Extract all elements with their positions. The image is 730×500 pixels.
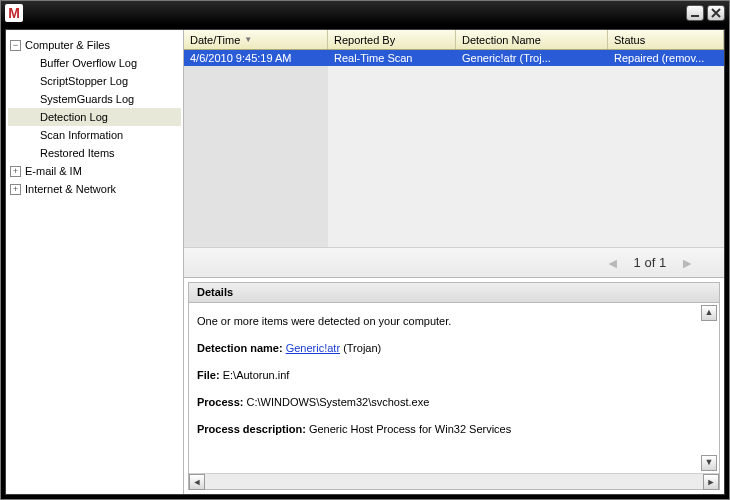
detection-name-label: Detection name: <box>197 342 283 354</box>
col-header-status[interactable]: Status <box>608 30 724 49</box>
details-title: Details <box>189 283 719 303</box>
collapse-icon[interactable]: − <box>10 40 21 51</box>
details-file-line: File: E:\Autorun.inf <box>197 365 697 386</box>
horizontal-scrollbar: ◄ ► <box>189 473 719 489</box>
details-procdesc-line: Process description: Generic Host Proces… <box>197 419 697 440</box>
details-body: ▲ One or more items were detected on you… <box>189 303 719 473</box>
paginator: ◄ 1 of 1 ► <box>184 247 724 277</box>
close-icon <box>711 8 721 18</box>
main-panel: Date/Time ▼ Reported By Detection Name S… <box>184 30 724 494</box>
tree-group-label: Internet & Network <box>25 183 116 195</box>
details-process-line: Process: C:\WINDOWS\System32\svchost.exe <box>197 392 697 413</box>
log-list: Date/Time ▼ Reported By Detection Name S… <box>184 30 724 278</box>
svg-rect-0 <box>691 15 699 17</box>
table-row[interactable]: 4/6/2010 9:45:19 AM Real-Time Scan Gener… <box>184 50 724 66</box>
cell-datetime: 4/6/2010 9:45:19 AM <box>184 52 328 64</box>
close-button[interactable] <box>707 5 725 21</box>
details-intro: One or more items were detected on your … <box>197 311 697 332</box>
sort-desc-icon: ▼ <box>244 35 252 44</box>
sidebar: − Computer & Files Buffer Overflow Log S… <box>6 30 184 494</box>
tree-item-scriptstopper[interactable]: ScriptStopper Log <box>8 72 181 90</box>
cell-detection-name: Generic!atr (Troj... <box>456 52 608 64</box>
detection-type: (Trojan) <box>343 342 381 354</box>
minimize-icon <box>690 8 700 18</box>
content-frame: − Computer & Files Buffer Overflow Log S… <box>1 25 729 499</box>
app-logo: M <box>5 4 23 22</box>
expand-icon[interactable]: + <box>10 184 21 195</box>
procdesc-label: Process description: <box>197 423 306 435</box>
expand-icon[interactable]: + <box>10 166 21 177</box>
tree-item-systemguards[interactable]: SystemGuards Log <box>8 90 181 108</box>
inner-panel: − Computer & Files Buffer Overflow Log S… <box>5 29 725 495</box>
page-prev-button[interactable]: ◄ <box>592 255 634 271</box>
col-header-datetime[interactable]: Date/Time ▼ <box>184 30 328 49</box>
process-label: Process: <box>197 396 243 408</box>
tree-group-computer-files[interactable]: − Computer & Files <box>8 36 181 54</box>
tree-group-label: E-mail & IM <box>25 165 82 177</box>
cell-reported-by: Real-Time Scan <box>328 52 456 64</box>
scroll-up-button[interactable]: ▲ <box>701 305 717 321</box>
list-body[interactable]: 4/6/2010 9:45:19 AM Real-Time Scan Gener… <box>184 50 724 247</box>
scroll-left-button[interactable]: ◄ <box>189 474 205 490</box>
tree-group-email-im[interactable]: + E-mail & IM <box>8 162 181 180</box>
page-indicator: 1 of 1 <box>634 255 667 270</box>
tree-group-internet-network[interactable]: + Internet & Network <box>8 180 181 198</box>
titlebar: M <box>1 1 729 25</box>
tree-item-detection-log[interactable]: Detection Log <box>8 108 181 126</box>
scroll-down-button[interactable]: ▼ <box>701 455 717 471</box>
tree-item-restored-items[interactable]: Restored Items <box>8 144 181 162</box>
tree-item-buffer-overflow[interactable]: Buffer Overflow Log <box>8 54 181 72</box>
col-header-label: Date/Time <box>190 34 240 46</box>
scroll-track[interactable] <box>205 474 703 489</box>
details-detection-line: Detection name: Generic!atr (Trojan) <box>197 338 697 359</box>
tree-item-scan-information[interactable]: Scan Information <box>8 126 181 144</box>
process-value: C:\WINDOWS\System32\svchost.exe <box>247 396 430 408</box>
app-window: M − Computer & Files Buffer Overflow Log… <box>0 0 730 500</box>
file-label: File: <box>197 369 220 381</box>
file-value: E:\Autorun.inf <box>223 369 290 381</box>
scroll-right-button[interactable]: ► <box>703 474 719 490</box>
page-next-button[interactable]: ► <box>666 255 708 271</box>
cell-status: Repaired (remov... <box>608 52 724 64</box>
minimize-button[interactable] <box>686 5 704 21</box>
detection-name-link[interactable]: Generic!atr <box>286 342 340 354</box>
details-panel: Details ▲ One or more items were detecte… <box>188 282 720 490</box>
tree-group-label: Computer & Files <box>25 39 110 51</box>
col-header-reported-by[interactable]: Reported By <box>328 30 456 49</box>
procdesc-value: Generic Host Process for Win32 Services <box>309 423 511 435</box>
col-header-detection-name[interactable]: Detection Name <box>456 30 608 49</box>
list-header: Date/Time ▼ Reported By Detection Name S… <box>184 30 724 50</box>
